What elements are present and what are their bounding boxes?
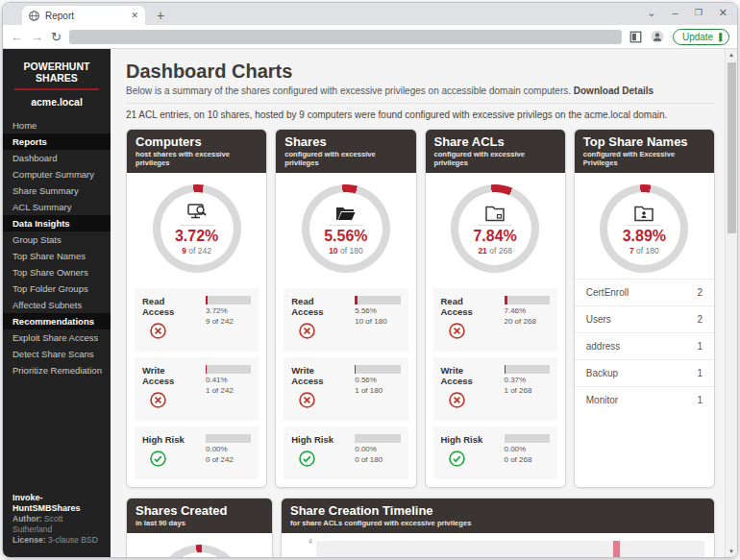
sidebar-nav: HomeReportsDashboardComputer SummaryShar… [3, 117, 111, 378]
address-bar[interactable] [69, 30, 622, 44]
folder-open-icon [334, 203, 358, 222]
sidebar-item-acl-summary[interactable]: ACL Summary [3, 199, 111, 215]
download-details-link[interactable]: Download Details [574, 85, 654, 96]
window-minimize-icon[interactable]: – [673, 6, 678, 19]
sidebar-item-reports[interactable]: Reports [3, 134, 111, 150]
page-scrollbar[interactable]: ▲ ▼ [725, 49, 737, 557]
timeline-column-2016-6: 6 [474, 541, 483, 557]
page-subtitle: Below is a summary of the shares configu… [126, 85, 715, 96]
card-shares-header: Shares configured with excessive privile… [276, 130, 415, 173]
stat-row-read-access: Read Access7.46%20 of 268 [433, 288, 557, 352]
stat-bar [355, 365, 400, 374]
share-name: Users [586, 314, 611, 325]
update-button[interactable]: Update ●●● [673, 29, 729, 45]
stat-fraction: 0 of 268 [505, 455, 550, 464]
timeline-column-2018-1: 1 [538, 541, 548, 557]
donut-computers-fraction: 9 of 242 [182, 246, 211, 256]
sidebar-item-affected-subnets[interactable]: Affected Subnets [3, 297, 111, 313]
share-name-row: Users2 [575, 305, 714, 332]
sidebar-item-computer-summary[interactable]: Computer Summary [3, 166, 111, 183]
top-share-names-list: CertEnroll2Users2address1Backup1Monitor1 [575, 279, 714, 413]
sidebar-item-home[interactable]: Home [3, 117, 111, 134]
stat-fraction: 1 of 242 [206, 386, 251, 395]
donut-shares-fraction: 10 of 180 [329, 246, 362, 256]
error-circle-icon [150, 323, 166, 339]
scrollbar-thumb[interactable] [728, 62, 736, 233]
kebab-menu-icon[interactable]: ●●● [718, 33, 723, 41]
sidebar-item-recommendations[interactable]: Recommendations [3, 313, 111, 329]
y-tick-max: 4 [308, 538, 312, 545]
reload-icon[interactable]: ↻ [51, 31, 62, 43]
new-tab-button[interactable]: + [151, 6, 170, 25]
timeline-column-20-1: 1 [650, 541, 659, 557]
stat-label: Write Access [142, 365, 198, 386]
window-close-icon[interactable]: ✕ [719, 6, 728, 19]
timeline-chart: 40High RiskWriteRead12345678910111212345… [282, 533, 714, 557]
sidebar-item-top-share-owners[interactable]: Top Share Owners [3, 264, 111, 280]
timeline-column-2018-6: 6 [584, 541, 594, 557]
sidebar-item-detect-share-scans[interactable]: Detect Share Scans [3, 346, 111, 362]
donut-acls: 7.84%21 of 268 [451, 184, 539, 273]
sidebar-item-data-insights[interactable]: Data Insights [3, 215, 111, 231]
sidebar-item-share-summary[interactable]: Share Summary [3, 183, 111, 199]
scroll-down-icon[interactable]: ▼ [728, 546, 734, 557]
timeline-column-20-5: 5 [686, 541, 696, 557]
stat-row-read-access: Read Access5.56%10 of 180 [284, 288, 407, 352]
timeline-column-2016-4: 4 [455, 541, 464, 557]
timeline-column-20-6: 6 [696, 541, 705, 557]
sidebar-item-exploit-share-access[interactable]: Exploit Share Access [3, 329, 111, 346]
sidebar-item-prioritize-remediation[interactable]: Prioritize Remediation [3, 362, 111, 378]
sidebar-item-group-stats[interactable]: Group Stats [3, 231, 111, 248]
card-shares: Shares configured with excessive privile… [275, 129, 416, 488]
timeline-column-2018-4: 4 [566, 541, 576, 557]
window-maximize-icon[interactable]: ❒ [695, 6, 703, 19]
share-name: address [586, 341, 621, 352]
browser-toolbar: ← → ↻ Update ●●● [3, 25, 737, 49]
app-logo: POWERHUNT SHARES [3, 49, 111, 84]
stat-label: Write Access [441, 365, 497, 386]
tab-title: Report [45, 11, 74, 21]
tab-close-icon[interactable]: ✕ [131, 11, 138, 20]
sidebar-item-dashboard[interactable]: Dashboard [3, 150, 111, 166]
update-label: Update [682, 32, 713, 42]
sidebar-item-top-share-names[interactable]: Top Share Names [3, 248, 111, 264]
card-shares-created: Shares Created in last 90 days 0.00%0 of… [126, 498, 273, 557]
sidebar-item-top-folder-groups[interactable]: Top Folder Groups [3, 280, 111, 297]
timeline-column-2018-12: 12 [640, 541, 650, 557]
stat-row-high-risk: High Risk0.00%0 of 268 [433, 426, 557, 479]
timeline-column-2016-9: 9 [502, 541, 511, 557]
stat-row-write-access: Write Access0.37%1 of 268 [433, 357, 557, 421]
card-share-acls: Share ACLs configured with excessive pri… [425, 129, 566, 488]
stat-row-high-risk: High Risk0.00%0 of 242 [135, 426, 259, 479]
browser-tab[interactable]: Report ✕ [22, 6, 145, 25]
stat-percent: 0.37% [505, 376, 550, 384]
timeline-column-2016-12: 12 [529, 541, 538, 557]
timeline-column-2016-7: 7 [482, 541, 492, 557]
timeline-column-2016-1: 1 [428, 541, 437, 557]
forward-icon[interactable]: → [31, 31, 43, 43]
stat-fraction: 10 of 180 [355, 317, 400, 326]
timeline-column-2018-10: 10 [622, 541, 631, 557]
timeline-column-2015-11: 11 [408, 541, 418, 557]
page-title: Dashboard Charts [126, 61, 715, 83]
back-icon[interactable]: ← [11, 31, 23, 43]
card-share-acls-header: Share ACLs configured with excessive pri… [426, 130, 565, 173]
timeline-column-2018-7: 7 [594, 541, 604, 557]
timeline-column-2015-5: 5 [354, 541, 363, 557]
tab-strip: Report ✕ + ⌄ – ❒ ✕ [3, 3, 737, 25]
scroll-up-icon[interactable]: ▲ [728, 49, 734, 61]
share-count: 1 [697, 395, 703, 405]
stat-label: High Risk [441, 434, 497, 445]
share-count: 1 [697, 368, 703, 378]
profile-avatar-icon[interactable] [651, 30, 664, 43]
timeline-column-2016-10: 10 [510, 541, 520, 557]
window-menu-icon[interactable]: ⌄ [647, 6, 655, 19]
stat-bar [505, 365, 550, 374]
sidebar: POWERHUNT SHARES acme.local HomeReportsD… [3, 49, 111, 557]
timeline-column-2015-8: 8 [381, 541, 390, 557]
stat-fraction: 1 of 268 [505, 386, 550, 395]
stat-label: Read Access [441, 296, 497, 317]
side-panel-icon[interactable] [629, 31, 642, 43]
share-name-row: Backup1 [575, 359, 714, 386]
stat-label: Read Access [291, 296, 347, 317]
